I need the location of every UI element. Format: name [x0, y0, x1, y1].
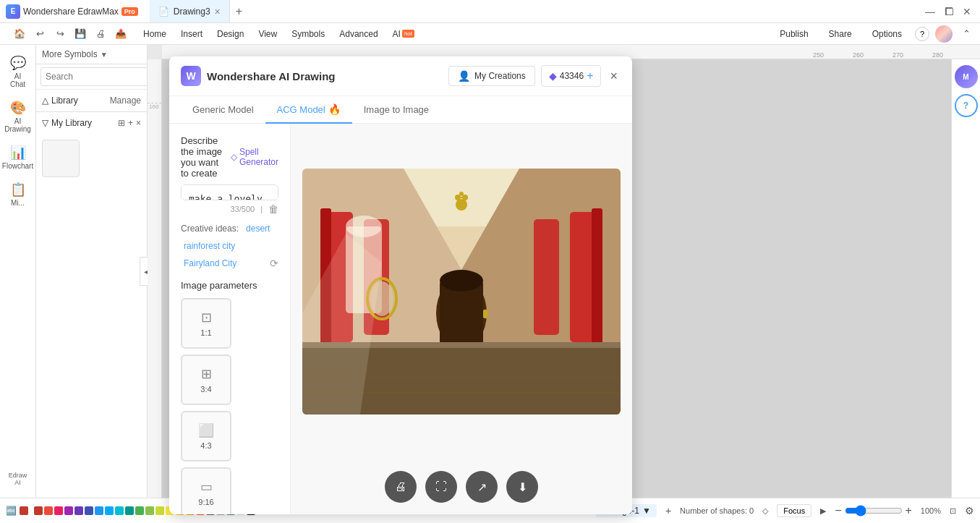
add-lib-btn[interactable]: +: [128, 118, 133, 128]
print-btn[interactable]: 🖨: [93, 26, 108, 42]
svg-rect-28: [483, 310, 487, 318]
image-share-btn[interactable]: ↗: [466, 471, 498, 503]
tab-acg-model[interactable]: ACG Model 🔥: [265, 96, 352, 124]
color-swatch-11[interactable]: [135, 506, 144, 515]
refresh-ideas-btn[interactable]: ⟳: [270, 258, 278, 269]
play-btn[interactable]: ▶: [820, 506, 826, 516]
active-color[interactable]: [20, 506, 28, 515]
status-right: ▽ Page-1 ▼ + Number of shapes: 0 ◇ Focus…: [596, 504, 974, 517]
ratio-4-3[interactable]: ⬜ 4:3: [181, 411, 231, 462]
misc-tool[interactable]: 📋 Mi...: [2, 177, 34, 211]
library-items: [42, 137, 141, 180]
creative-ideas-row: Creative ideas: desert rainforest city F…: [181, 222, 278, 270]
prompt-textarea[interactable]: make a lovely hallway for a house: [181, 184, 278, 200]
new-folder-btn[interactable]: ⊞: [118, 118, 125, 128]
color-swatch-7[interactable]: [95, 506, 103, 515]
menu-advanced[interactable]: Advanced: [333, 26, 383, 42]
color-swatch-8[interactable]: [105, 506, 114, 515]
menu-design[interactable]: Design: [211, 26, 250, 42]
help-circle-btn[interactable]: ?: [955, 94, 978, 117]
library-item-1[interactable]: [42, 140, 80, 177]
color-swatch-4[interactable]: [64, 506, 73, 515]
zoom-control: − +: [835, 504, 912, 517]
close-window-btn[interactable]: ✕: [963, 6, 971, 17]
image-download-btn[interactable]: ⬇: [506, 471, 538, 503]
ai-panel-logo: W: [181, 66, 201, 86]
options-btn[interactable]: Options: [865, 26, 909, 42]
image-expand-btn[interactable]: ⛶: [425, 471, 457, 503]
ratio-1-1[interactable]: ⊡ 1:1: [181, 298, 231, 349]
close-lib-btn[interactable]: ×: [136, 118, 141, 128]
manage-library-btn[interactable]: Manage: [110, 95, 141, 106]
tab-image-to-image[interactable]: Image to Image: [352, 96, 440, 124]
spell-generator-btn[interactable]: ◇ Spell Generator: [231, 147, 278, 167]
ai-drawing-tool[interactable]: 🎨 AIDrawing: [2, 95, 34, 137]
settings-btn[interactable]: ⚙: [965, 505, 974, 516]
ratio-3-4[interactable]: ⊞ 3:4: [181, 354, 231, 405]
save-btn[interactable]: 💾: [72, 26, 88, 42]
chevron-down-icon[interactable]: ▼: [101, 51, 108, 59]
format-icon[interactable]: 🔤: [6, 506, 17, 516]
add-page-btn[interactable]: +: [665, 505, 671, 516]
zoom-out-btn[interactable]: −: [835, 504, 841, 517]
idea-fairyland[interactable]: Fairyland City: [181, 257, 239, 270]
title-bar: E Wondershare EdrawMax Pro 📄 Drawing3 × …: [0, 0, 980, 23]
menu-view[interactable]: View: [252, 26, 283, 42]
menu-symbols[interactable]: Symbols: [286, 26, 331, 42]
zoom-in-btn[interactable]: +: [906, 504, 912, 517]
app-branding: E Wondershare EdrawMax Pro: [0, 4, 144, 19]
drawing-tab[interactable]: 📄 Drawing3 ×: [150, 0, 230, 22]
idea-rainforest[interactable]: rainforest city: [181, 239, 238, 252]
points-display[interactable]: ◆ 43346 +: [541, 65, 602, 87]
add-points-btn[interactable]: +: [587, 69, 593, 82]
share-btn[interactable]: Share: [822, 26, 859, 42]
color-swatch-6[interactable]: [85, 506, 93, 515]
menu-insert[interactable]: Insert: [175, 26, 208, 42]
expand-menu-btn[interactable]: ⌃: [958, 26, 974, 42]
color-swatch-1[interactable]: [34, 506, 43, 515]
color-swatch-3[interactable]: [54, 506, 63, 515]
user-avatar[interactable]: [935, 25, 953, 43]
zoom-slider[interactable]: [845, 505, 903, 516]
new-tab-btn[interactable]: +: [230, 5, 248, 18]
tab-generic-model[interactable]: Generic Model: [181, 96, 265, 124]
ai-panel-close-btn[interactable]: ×: [607, 69, 621, 84]
download-icon: ⬇: [518, 480, 527, 494]
params-title: Image parameters: [181, 280, 278, 291]
flowchart-tool[interactable]: 📊 Flowchart: [2, 140, 34, 174]
focus-btn[interactable]: Focus: [777, 504, 811, 517]
undo-btn[interactable]: ↩: [32, 26, 48, 42]
color-swatch-9[interactable]: [115, 506, 124, 515]
color-swatch-13[interactable]: [155, 506, 164, 515]
menu-home[interactable]: Home: [137, 26, 172, 42]
shape-tools-icon[interactable]: ◇: [762, 506, 768, 516]
ai-model-tabs: Generic Model ACG Model 🔥 Image to Image: [169, 96, 632, 124]
fit-page-btn[interactable]: ⊡: [950, 506, 956, 516]
hot-flame-icon: 🔥: [328, 103, 341, 115]
minimize-btn[interactable]: —: [925, 6, 935, 17]
export-btn[interactable]: 📤: [113, 26, 129, 42]
home-toolbar-icon[interactable]: 🏠: [12, 26, 27, 42]
image-print-btn[interactable]: 🖨: [385, 471, 417, 503]
publish-btn[interactable]: Publish: [772, 26, 815, 42]
search-input[interactable]: [41, 67, 147, 86]
vertical-ruler: 160: [148, 59, 162, 498]
redo-btn[interactable]: ↪: [52, 26, 68, 42]
edraw-ai-badge[interactable]: M: [955, 65, 978, 88]
maximize-btn[interactable]: ⧠: [944, 6, 954, 17]
tab-close-btn[interactable]: ×: [215, 6, 221, 17]
color-swatch-5[interactable]: [74, 506, 83, 515]
ai-chat-tool[interactable]: 💬 AIChat: [2, 51, 34, 93]
shapes-count: Number of shapes: 0: [680, 506, 754, 515]
help-btn[interactable]: ?: [915, 27, 929, 41]
share-icon: ↗: [477, 480, 487, 494]
textarea-footer: 33/500 | 🗑: [181, 203, 278, 215]
menu-ai[interactable]: AI hot: [387, 26, 420, 42]
idea-desert[interactable]: desert: [243, 222, 273, 235]
ratio-9-16[interactable]: ▭ 9:16: [181, 467, 231, 514]
clear-prompt-btn[interactable]: 🗑: [268, 203, 278, 215]
color-swatch-10[interactable]: [125, 506, 134, 515]
my-creations-btn[interactable]: 👤 My Creations: [448, 66, 535, 86]
color-swatch-12[interactable]: [145, 506, 154, 515]
color-swatch-2[interactable]: [44, 506, 53, 515]
